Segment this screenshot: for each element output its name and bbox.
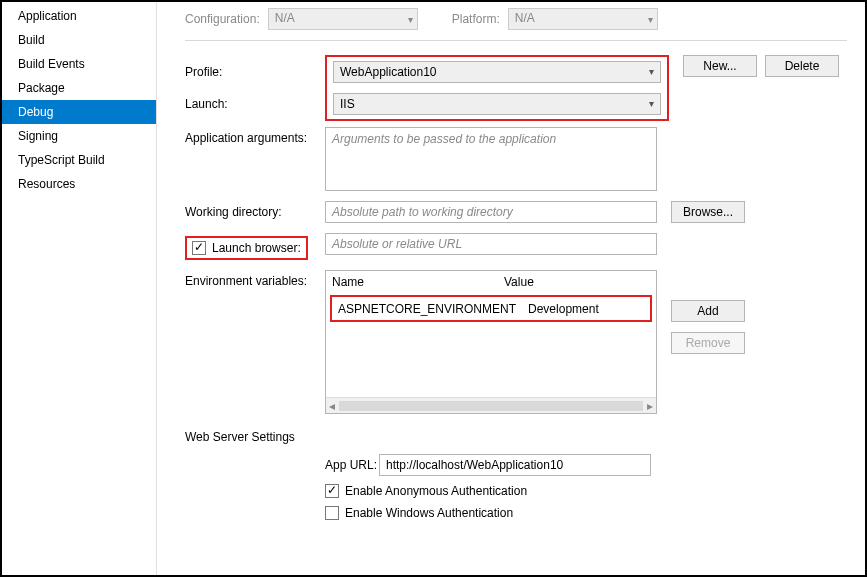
launch-browser-highlight: Launch browser: xyxy=(185,236,308,260)
env-vars-table: Name Value ASPNETCORE_ENVIRONMENT Develo… xyxy=(325,270,657,414)
launch-browser-label: Launch browser: xyxy=(212,241,301,255)
sidebar-item-typescript-build[interactable]: TypeScript Build xyxy=(2,148,156,172)
launch-value: IIS xyxy=(340,97,355,111)
checkbox-icon xyxy=(192,241,206,255)
checkbox-icon xyxy=(325,484,339,498)
launch-browser-url-input[interactable]: Absolute or relative URL xyxy=(325,233,657,255)
app-arguments-input[interactable]: Arguments to be passed to the applicatio… xyxy=(325,127,657,191)
profile-launch-highlight: WebApplication10 ▾ IIS ▾ xyxy=(325,55,669,121)
working-dir-input[interactable]: Absolute path to working directory xyxy=(325,201,657,223)
anon-auth-label: Enable Anonymous Authentication xyxy=(345,484,527,498)
horizontal-scrollbar[interactable]: ◂ ▸ xyxy=(326,397,656,413)
table-header: Name Value xyxy=(326,271,656,293)
remove-env-button: Remove xyxy=(671,332,745,354)
configuration-value: N/A xyxy=(275,11,295,25)
profile-select[interactable]: WebApplication10 ▾ xyxy=(333,61,661,83)
scroll-right-icon[interactable]: ▸ xyxy=(647,399,653,413)
configuration-label: Configuration: xyxy=(185,12,260,26)
sidebar-item-build-events[interactable]: Build Events xyxy=(2,52,156,76)
sidebar-item-signing[interactable]: Signing xyxy=(2,124,156,148)
launch-select[interactable]: IIS ▾ xyxy=(333,93,661,115)
app-arguments-label: Application arguments: xyxy=(185,127,325,145)
configuration-bar: Configuration: N/A ▾ Platform: N/A ▾ xyxy=(185,8,847,41)
app-url-input[interactable]: http://localhost/WebApplication10 xyxy=(379,454,651,476)
env-row-highlight: ASPNETCORE_ENVIRONMENT Development xyxy=(330,295,652,322)
profile-value: WebApplication10 xyxy=(340,65,437,79)
configuration-select: N/A ▾ xyxy=(268,8,418,30)
checkbox-icon xyxy=(325,506,339,520)
scroll-left-icon[interactable]: ◂ xyxy=(329,399,335,413)
env-value-cell: Development xyxy=(522,298,650,320)
sidebar-item-application[interactable]: Application xyxy=(2,4,156,28)
anon-auth-checkbox[interactable]: Enable Anonymous Authentication xyxy=(325,484,527,498)
add-env-button[interactable]: Add xyxy=(671,300,745,322)
chevron-down-icon: ▾ xyxy=(649,94,654,114)
sidebar-item-package[interactable]: Package xyxy=(2,76,156,100)
browse-button[interactable]: Browse... xyxy=(671,201,745,223)
chevron-down-icon: ▾ xyxy=(649,62,654,82)
launch-browser-checkbox[interactable]: Launch browser: xyxy=(192,241,301,255)
platform-value: N/A xyxy=(515,11,535,25)
header-value[interactable]: Value xyxy=(498,271,656,293)
chevron-down-icon: ▾ xyxy=(408,14,413,25)
platform-label: Platform: xyxy=(452,12,500,26)
launch-label: Launch: xyxy=(185,89,325,119)
new-profile-button[interactable]: New... xyxy=(683,55,757,77)
profile-label: Profile: xyxy=(185,55,325,89)
project-properties-sidebar: Application Build Build Events Package D… xyxy=(2,2,157,575)
env-name-cell: ASPNETCORE_ENVIRONMENT xyxy=(332,298,522,320)
env-vars-label: Environment variables: xyxy=(185,270,325,288)
delete-profile-button[interactable]: Delete xyxy=(765,55,839,77)
platform-select: N/A ▾ xyxy=(508,8,658,30)
web-server-heading: Web Server Settings xyxy=(185,430,847,444)
app-url-label: App URL: xyxy=(325,458,379,472)
win-auth-label: Enable Windows Authentication xyxy=(345,506,513,520)
chevron-down-icon: ▾ xyxy=(648,14,653,25)
table-row[interactable]: ASPNETCORE_ENVIRONMENT Development xyxy=(332,297,650,320)
header-name[interactable]: Name xyxy=(326,271,498,293)
working-dir-label: Working directory: xyxy=(185,201,325,219)
sidebar-item-debug[interactable]: Debug xyxy=(2,100,156,124)
sidebar-item-resources[interactable]: Resources xyxy=(2,172,156,196)
win-auth-checkbox[interactable]: Enable Windows Authentication xyxy=(325,506,513,520)
debug-panel: Configuration: N/A ▾ Platform: N/A ▾ Pro… xyxy=(157,2,865,575)
sidebar-item-build[interactable]: Build xyxy=(2,28,156,52)
